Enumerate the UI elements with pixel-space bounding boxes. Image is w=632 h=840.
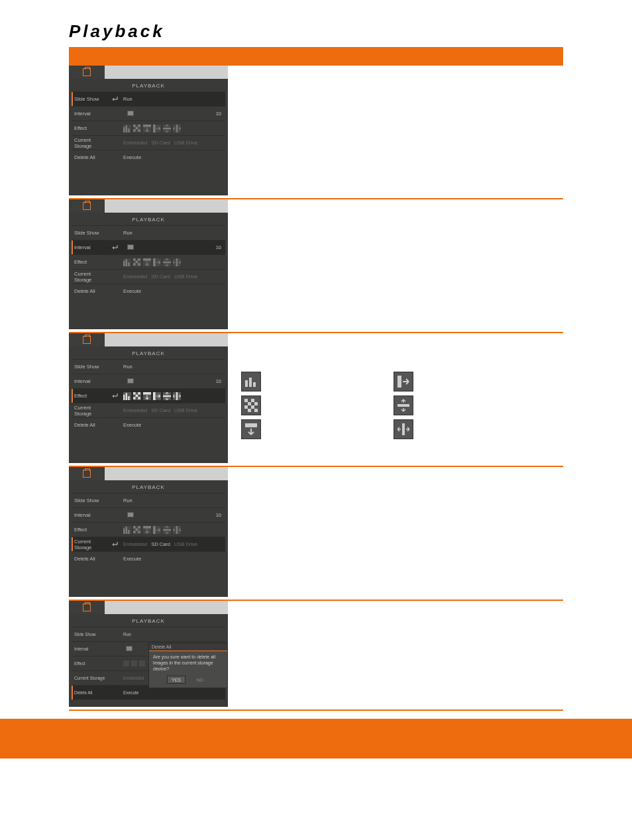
description-deleteall	[228, 601, 563, 707]
row-slideshow[interactable]: Slide Show Run	[72, 225, 225, 240]
screenshot-storage: PLAYBACK Slide Show Run Interval 10 Effe…	[69, 467, 228, 597]
label-interval: Interval	[72, 111, 109, 117]
checker-transition-icon[interactable]	[131, 660, 137, 666]
row-deleteall[interactable]: Delete All Execute	[72, 551, 225, 566]
slide-right-transition-icon[interactable]	[153, 392, 161, 400]
row-slideshow[interactable]: Slide Show Run	[72, 627, 225, 641]
svg-rect-26	[128, 396, 129, 400]
split-horizontal-transition-icon[interactable]	[163, 258, 171, 266]
playback-tab[interactable]	[69, 199, 105, 213]
row-interval[interactable]: Interval 10	[72, 507, 225, 522]
checker-transition-icon[interactable]	[133, 526, 141, 534]
slider-knob[interactable]	[126, 646, 132, 651]
value-run: Run	[123, 498, 132, 503]
label-storage: Current Storage	[72, 539, 109, 551]
split-vertical-transition-icon[interactable]	[173, 526, 181, 534]
storage-usb[interactable]: USB Drive	[174, 541, 197, 547]
down-transition-icon[interactable]	[143, 392, 151, 400]
checker-transition-icon[interactable]	[133, 392, 141, 400]
down-transition-icon[interactable]	[143, 125, 151, 132]
row-storage[interactable]: Current Storage Embedded SD Card USB Dri…	[72, 269, 225, 284]
svg-rect-47	[245, 423, 257, 427]
split-horizontal-transition-icon[interactable]	[163, 392, 171, 400]
slider-knob[interactable]	[127, 378, 134, 384]
bars-transition-icon[interactable]	[123, 258, 131, 266]
checker-transition-icon[interactable]	[133, 258, 141, 266]
bars-transition-icon[interactable]	[123, 392, 131, 400]
svg-rect-59	[143, 526, 151, 529]
down-transition-icon[interactable]	[143, 526, 151, 534]
row-effect[interactable]: Effect	[72, 388, 225, 403]
playback-tab[interactable]	[69, 467, 105, 480]
row-storage[interactable]: Current Storage Embedded SD Card USB Dri…	[72, 403, 225, 417]
svg-rect-54	[133, 526, 136, 529]
down-transition-icon[interactable]	[143, 258, 151, 266]
storage-embedded[interactable]: Embedded	[123, 541, 147, 547]
dialog-yes-button[interactable]: YES	[167, 676, 185, 684]
slider-knob[interactable]	[127, 244, 134, 250]
label-interval: Interval	[72, 647, 109, 651]
split-vertical-transition-icon[interactable]	[173, 392, 181, 400]
svg-rect-3	[133, 125, 136, 127]
svg-rect-40	[251, 399, 254, 402]
row-interval[interactable]: Interval 10	[72, 106, 225, 121]
playback-icon	[83, 202, 91, 210]
playback-tab[interactable]	[69, 333, 105, 346]
bars-transition-icon[interactable]	[123, 660, 129, 666]
svg-rect-4	[136, 127, 138, 129]
row-deleteall[interactable]: Delete All Execute	[72, 417, 225, 432]
slider-knob[interactable]	[127, 111, 134, 116]
split-vertical-transition-icon[interactable]	[173, 258, 181, 266]
split-vertical-transition-icon[interactable]	[173, 125, 181, 132]
playback-tab[interactable]	[69, 601, 105, 614]
split-horizontal-transition-icon[interactable]	[163, 125, 171, 132]
interval-slider[interactable]	[123, 512, 189, 519]
checker-transition-icon[interactable]	[133, 125, 141, 132]
slide-right-transition-icon[interactable]	[153, 125, 161, 132]
bars-transition-icon[interactable]	[123, 526, 131, 534]
section-storage: PLAYBACK Slide Show Run Interval 10 Effe…	[69, 467, 563, 601]
value-execute: Execute	[123, 422, 141, 428]
slider-knob[interactable]	[127, 512, 134, 517]
value-interval: 10	[209, 378, 225, 384]
svg-rect-43	[244, 405, 248, 409]
label-slideshow: Slide Show	[72, 230, 109, 236]
row-effect[interactable]: Effect	[72, 522, 225, 537]
storage-sdcard: SD Card	[151, 407, 170, 413]
enter-icon	[110, 96, 119, 103]
row-effect[interactable]: Effect	[72, 254, 225, 269]
label-slideshow: Slide Show	[72, 364, 109, 370]
svg-rect-38	[253, 382, 256, 387]
storage-sdcard[interactable]: SD Card	[151, 541, 170, 547]
split-horizontal-transition-icon[interactable]	[163, 526, 171, 534]
screenshot-effect: PLAYBACK Slide Show Run Interval 10 Effe…	[69, 333, 228, 463]
bars-transition-icon[interactable]	[123, 125, 131, 132]
row-interval[interactable]: Interval 10	[72, 374, 225, 388]
bars-transition-icon	[241, 372, 261, 392]
svg-rect-34	[163, 395, 171, 396]
interval-slider[interactable]	[123, 111, 189, 117]
slide-right-transition-icon[interactable]	[153, 258, 161, 266]
row-storage[interactable]: Current Storage Embedded SD Card USB Dri…	[72, 537, 225, 551]
svg-rect-41	[248, 402, 251, 405]
playback-tab[interactable]	[69, 66, 105, 79]
row-slideshow[interactable]: Slide Show Run	[72, 493, 225, 507]
slide-right-transition-icon[interactable]	[153, 526, 161, 534]
label-deleteall: Delete All	[72, 288, 109, 294]
row-interval[interactable]: Interval 10	[72, 240, 225, 254]
svg-rect-7	[138, 129, 140, 132]
down-transition-icon[interactable]	[139, 660, 145, 666]
row-deleteall[interactable]: Delete All Execute	[72, 284, 225, 298]
section-effect: PLAYBACK Slide Show Run Interval 10 Effe…	[69, 333, 563, 467]
row-slideshow[interactable]: Slide Show Run	[72, 91, 225, 106]
label-effect: Effect	[72, 393, 109, 399]
dialog-no-button[interactable]: NO	[191, 676, 209, 684]
interval-slider[interactable]	[123, 244, 189, 251]
label-effect: Effect	[72, 527, 109, 533]
row-slideshow[interactable]: Slide Show Run	[72, 359, 225, 374]
row-effect[interactable]: Effect	[72, 121, 225, 135]
row-deleteall[interactable]: Delete All Execute	[72, 150, 225, 164]
row-storage[interactable]: Current Storage Embedded SD Card USB Dri…	[72, 135, 225, 150]
interval-slider[interactable]	[123, 378, 189, 385]
playback-icon	[83, 470, 91, 478]
